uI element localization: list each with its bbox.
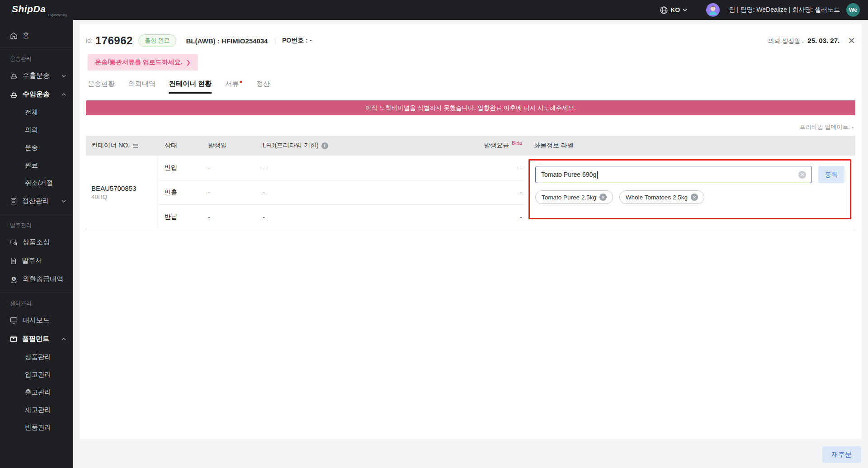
status-cell: 반납 (159, 204, 203, 229)
tab-request-details[interactable]: 의뢰내역 (128, 80, 156, 94)
close-icon[interactable]: ✕ (848, 36, 855, 45)
globe-icon (660, 6, 668, 14)
table-header-row: 컨테이너 NO. 상태 발생일 LFD(프리타임 기한) i 발생요금 Beta (86, 136, 855, 156)
sidebar-subitem-all[interactable]: 전체 (0, 104, 73, 121)
sidebar-item-import[interactable]: 수입운송 (0, 85, 73, 104)
sidebar-item-fx-history[interactable]: $ 외환송금내역 (0, 270, 73, 288)
col-lfd: LFD(프리타임 기한) i (257, 142, 470, 150)
sidebar-subitem-cancel[interactable]: 취소/거절 (0, 174, 73, 192)
freetime-update-text: 프리타임 업데이트: - (86, 123, 855, 131)
sidebar-section-center: 센터관리 (0, 292, 73, 311)
upload-documents-button[interactable]: 운송/통관서류를 업로드하세요. ❯ (88, 54, 198, 71)
home-icon (10, 32, 18, 39)
shipment-id: 176962 (95, 34, 133, 47)
sidebar-item-home[interactable]: 홈 (0, 26, 73, 45)
chevron-down-icon (683, 9, 687, 11)
sort-icon[interactable] (132, 143, 138, 148)
col-cargo-label: 화물정보 라벨 (524, 142, 855, 150)
created-date-label: 의뢰 생성일 : (768, 38, 804, 44)
cargo-tag: Whole Tomatoes 2.5kg ✕ (619, 190, 704, 204)
company-avatar[interactable]: We (846, 3, 860, 17)
chevron-right-icon: ❯ (186, 59, 191, 66)
tab-transport-status[interactable]: 운송현황 (88, 80, 115, 94)
main-content: id: 176962 출항 완료 BL(AWB) : HFIMIO254034 … (73, 20, 868, 468)
fee-cell: - (470, 204, 524, 229)
sidebar-subitem-complete[interactable]: 완료 (0, 156, 73, 174)
sidebar-subitem-request[interactable]: 의뢰 (0, 121, 73, 139)
container-row-group: BEAU5700853 40HQ 반입 - - - 반출 - - - 반납 - … (86, 156, 855, 229)
coin-icon: $ (10, 276, 18, 283)
notification-dot: ● (239, 78, 243, 85)
clear-input-icon[interactable]: ✕ (798, 171, 806, 179)
cargo-tag-label: Tomato Puree 2.5kg (542, 194, 596, 201)
person-icon (706, 3, 720, 17)
shipment-detail-card: id: 176962 출항 완료 BL(AWB) : HFIMIO254034 … (80, 24, 862, 439)
status-cell: 반입 (159, 156, 203, 180)
date-cell: - (203, 180, 257, 204)
sidebar-item-label: 수출운송 (23, 71, 50, 80)
terminal-alert-banner: 아직 도착터미널을 식별하지 못했습니다. 입항완료 이후에 다시 시도해주세요… (86, 100, 855, 115)
info-icon[interactable]: i (321, 142, 328, 149)
upload-notice-label: 운송/통관서류를 업로드하세요. (95, 58, 183, 66)
sidebar-section-order: 발주관리 (0, 214, 73, 233)
sidebar-subitem-stock[interactable]: 재고관리 (0, 401, 73, 419)
fee-cell: - (470, 180, 524, 204)
tab-documents[interactable]: 서류● (225, 80, 243, 94)
document-icon (10, 257, 17, 265)
sidebar-subitem-transport[interactable]: 운송 (0, 139, 73, 156)
sidebar-subitem-outbound[interactable]: 출고관리 (0, 383, 73, 401)
sidebar: 홈 운송관리 수출운송 수입운송 전체 의뢰 운송 완료 취소/거절 (0, 20, 73, 468)
sidebar-item-label: 발주서 (22, 256, 42, 265)
detail-tabs: 운송현황 의뢰내역 컨테이너 현황 서류● 정산 (88, 80, 855, 94)
tab-settlement[interactable]: 정산 (256, 80, 270, 94)
sidebar-item-export[interactable]: 수출운송 (0, 66, 73, 85)
tab-container-status[interactable]: 컨테이너 현황 (169, 80, 212, 94)
id-label: id: (86, 37, 93, 44)
col-lfd-label: LFD(프리타임 기한) (263, 142, 319, 150)
sidebar-item-fulfillment[interactable]: 풀필먼트 (0, 330, 73, 348)
sidebar-item-dashboard[interactable]: 대시보드 (0, 311, 73, 330)
fee-cell: - (470, 156, 524, 180)
status-cell: 반출 (159, 180, 203, 204)
user-avatar[interactable] (706, 3, 720, 17)
sidebar-item-purchase-order[interactable]: 발주서 (0, 251, 73, 270)
container-cell: BEAU5700853 40HQ (86, 156, 159, 229)
monitor-icon (10, 317, 18, 324)
app-logo[interactable]: ShipDa Logistics Easy (0, 4, 73, 17)
sidebar-item-sourcing[interactable]: 상품소싱 (0, 233, 73, 251)
remove-tag-icon[interactable]: ✕ (691, 194, 698, 201)
lfd-cell: - (257, 156, 470, 180)
col-date: 발생일 (203, 142, 257, 150)
reorder-button[interactable]: 재주문 (822, 446, 861, 463)
sidebar-item-label: 수입운송 (23, 90, 50, 99)
container-table: 컨테이너 NO. 상태 발생일 LFD(프리타임 기한) i 발생요금 Beta (86, 136, 855, 229)
register-button[interactable]: 등록 (818, 166, 844, 183)
header-divider: | (274, 37, 276, 44)
svg-text:$: $ (13, 277, 15, 280)
col-container-no-label: 컨테이너 NO. (91, 142, 130, 150)
sidebar-item-label: 홈 (23, 31, 29, 40)
cargo-tag: Tomato Puree 2.5kg ✕ (535, 190, 613, 204)
lfd-cell: - (257, 180, 470, 204)
chevron-up-icon (61, 338, 66, 340)
created-date-value: 25. 03. 27. (807, 37, 840, 44)
cargo-label-cell: Tomato Puree 690g ✕ 등록 Tomato Puree 2.5k… (524, 156, 855, 229)
sidebar-subitem-product[interactable]: 상품관리 (0, 348, 73, 366)
col-fee-label: 발생요금 (484, 142, 509, 150)
calculator-icon (10, 198, 17, 205)
date-cell: - (203, 156, 257, 180)
sidebar-subitem-returns[interactable]: 반품관리 (0, 419, 73, 436)
cargo-label-input[interactable]: Tomato Puree 690g ✕ (535, 166, 812, 183)
sidebar-item-settlement[interactable]: 정산관리 (0, 192, 73, 210)
card-header: id: 176962 출항 완료 BL(AWB) : HFIMIO254034 … (86, 24, 855, 47)
sidebar-subitem-inbound[interactable]: 입고관리 (0, 366, 73, 383)
chevron-down-icon (61, 200, 66, 203)
remove-tag-icon[interactable]: ✕ (599, 194, 607, 201)
sidebar-item-label: 대시보드 (23, 316, 50, 325)
col-status: 상태 (159, 142, 203, 150)
col-fee: 발생요금 Beta (470, 142, 524, 150)
top-bar: ShipDa Logistics Easy KO 팀 | 팀명: WeDeali… (0, 0, 868, 20)
language-label: KO (670, 6, 680, 14)
cargo-label-highlight-box: Tomato Puree 690g ✕ 등록 Tomato Puree 2.5k… (528, 159, 851, 219)
language-selector[interactable]: KO (660, 6, 687, 14)
